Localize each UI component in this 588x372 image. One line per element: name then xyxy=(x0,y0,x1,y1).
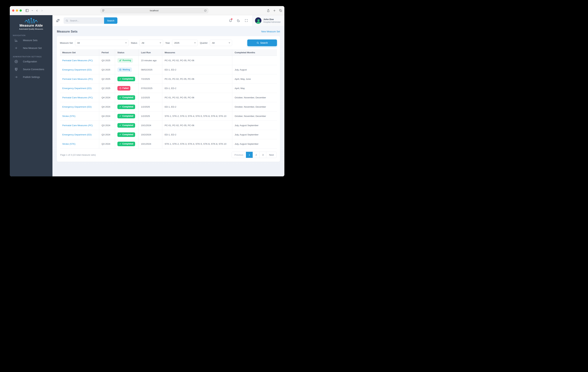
status-badge: Completed xyxy=(117,114,135,118)
menu-toggle-icon[interactable] xyxy=(56,19,60,22)
reader-icon[interactable] xyxy=(102,9,105,12)
measures-cell: ED-1, ED-2 xyxy=(162,130,232,139)
sidebar-item-label: Publish Settings xyxy=(23,76,40,78)
status-cell: Completed xyxy=(115,139,138,148)
avatar xyxy=(255,17,262,24)
measure-set-link[interactable]: Emergency Department (ED) xyxy=(62,133,92,136)
measure-set-link[interactable]: Stroke (STK) xyxy=(62,143,75,145)
status-cell: Waiting xyxy=(115,65,138,74)
arrow-right-icon xyxy=(14,75,18,79)
check-icon xyxy=(119,78,121,80)
status-badge: Completed xyxy=(117,95,135,100)
zoom-window-button[interactable] xyxy=(20,10,22,12)
measure-set-link[interactable]: Perinatal Care Measures (PC) xyxy=(62,96,93,99)
measure-set-link[interactable]: Emergency Department (ED) xyxy=(62,105,92,108)
chevron-down-icon[interactable] xyxy=(31,10,33,11)
close-window-button[interactable] xyxy=(12,10,14,12)
address-bar[interactable]: localhost xyxy=(100,8,208,13)
column-header: Last Run xyxy=(138,49,162,56)
period-cell: Q3 2024 xyxy=(99,130,115,139)
status-cell: Completed xyxy=(115,74,138,83)
rocket-icon xyxy=(119,59,121,62)
check-icon xyxy=(119,124,121,126)
measures-cell: ED-1, ED-2 xyxy=(162,65,232,74)
sidebar-item-new-measure-set[interactable]: New Measure Set xyxy=(10,44,52,52)
period-cell: Q2 2025 xyxy=(99,74,115,83)
column-header: Measure Set xyxy=(60,49,99,56)
table-row: Stroke (STK)Q3 2024Completed10/1/2024STK… xyxy=(60,139,277,149)
sidebar-toggle-icon[interactable] xyxy=(25,9,29,12)
completed-months-cell: July, August September xyxy=(232,130,277,139)
check-icon xyxy=(119,143,121,145)
reload-icon[interactable] xyxy=(204,10,206,12)
measures-cell: PC-01, PC-02, PC-05, PC-06 xyxy=(162,121,232,130)
measure-set-link[interactable]: Perinatal Care Measures (PC) xyxy=(62,124,93,127)
measure-set-link[interactable]: Perinatal Care Measures (PC) xyxy=(62,59,93,62)
completed-months-cell: April, May, June xyxy=(232,74,277,83)
measure-set-select[interactable]: All xyxy=(75,40,129,46)
chevron-down-icon xyxy=(194,42,196,44)
minimize-window-button[interactable] xyxy=(16,10,18,12)
last-run-cell: 1/2/2025 xyxy=(138,112,162,121)
status-badge: Completed xyxy=(117,104,135,109)
search-icon xyxy=(66,19,68,22)
sidebar-item-measure-sets[interactable]: Measure Sets xyxy=(10,36,52,44)
back-icon[interactable] xyxy=(36,9,38,12)
table-row: Perinatal Care Measures (PC)Q3 2025Runni… xyxy=(60,56,277,65)
table-row: Perinatal Care Measures (PC)Q2 2025Compl… xyxy=(60,74,277,84)
filter-search-button[interactable]: Search xyxy=(247,40,277,46)
status-cell: Running xyxy=(115,56,138,65)
measures-cell: PC-01, PC-02, PC-05, PC-06 xyxy=(162,74,232,83)
browser-window: localhost xyxy=(10,6,284,176)
new-tab-icon[interactable] xyxy=(273,9,276,12)
search-input[interactable] xyxy=(70,19,102,22)
user-menu[interactable]: John Doe Hospital Administer xyxy=(252,15,284,26)
sidebar-item-source-connections[interactable]: Source Connections xyxy=(10,65,52,73)
alert-icon xyxy=(119,87,121,89)
measure-set-link[interactable]: Emergency Department (ED) xyxy=(62,87,92,90)
measure-set-link[interactable]: Perinatal Care Measures (PC) xyxy=(62,78,93,80)
sidebar-item-publish-settings[interactable]: Publish Settings xyxy=(10,73,52,81)
measure-set-link[interactable]: Emergency Department (ED) xyxy=(62,68,92,71)
dark-mode-moon-icon[interactable] xyxy=(237,19,240,22)
logo-title: Measure AIde xyxy=(11,23,51,28)
next-page-button[interactable]: Next xyxy=(266,152,276,158)
year-select[interactable]: 2025 xyxy=(172,40,198,46)
measure-set-link[interactable]: Stroke (STK) xyxy=(62,115,75,117)
page-button-2[interactable]: 2 xyxy=(253,152,259,158)
pagination: Previous 123 Next xyxy=(231,152,277,158)
last-run-cell: 07/02/2025 xyxy=(138,84,162,93)
status-badge: Failed xyxy=(117,86,130,91)
fullscreen-icon[interactable] xyxy=(245,19,248,22)
table-row: Stroke (STK)Q4 2024Completed1/2/2025STK-… xyxy=(60,112,277,121)
measure-set-cell: Perinatal Care Measures (PC) xyxy=(60,93,99,102)
measure-set-cell: Stroke (STK) xyxy=(60,112,99,121)
completed-months-cell: October, November, December xyxy=(232,112,277,121)
period-cell: Q3 2025 xyxy=(99,65,115,74)
status-select[interactable]: All xyxy=(139,40,163,46)
measures-cell: STK-1, STK-2, STK-3, STK-4, STK-5, STK-6… xyxy=(162,112,232,121)
notifications-bell-icon[interactable] xyxy=(229,19,232,22)
status-cell: Completed xyxy=(115,130,138,139)
browser-toolbar: localhost xyxy=(10,6,284,15)
header-search-button[interactable]: Search xyxy=(104,17,117,24)
new-measure-set-link[interactable]: New Measure Set xyxy=(261,30,280,33)
logo-tagline: Automated Quality Measures xyxy=(11,28,51,30)
filter-bar: Measure Set All Status All Year xyxy=(60,40,277,46)
plus-icon xyxy=(14,46,18,50)
page-button-3[interactable]: 3 xyxy=(259,152,266,158)
status-badge: Completed xyxy=(117,123,135,128)
previous-page-button[interactable]: Previous xyxy=(232,152,246,158)
quarter-select[interactable]: All xyxy=(210,40,232,46)
completed-months-cell: July, August xyxy=(232,65,277,74)
share-icon[interactable] xyxy=(267,9,270,12)
page-content: Measure Sets New Measure Set Measure Set… xyxy=(52,26,284,176)
tabs-overview-icon[interactable] xyxy=(279,9,282,12)
sidebar-item-configuration[interactable]: Configuration xyxy=(10,58,52,65)
chevron-down-icon xyxy=(228,42,231,44)
forward-icon[interactable] xyxy=(41,9,43,12)
table-row: Perinatal Care Measures (PC)Q3 2024Compl… xyxy=(60,121,277,130)
chevron-down-icon xyxy=(159,42,161,44)
page-button-1[interactable]: 1 xyxy=(246,152,253,158)
measure-sets-card: Measure Set All Status All Year xyxy=(57,36,280,162)
